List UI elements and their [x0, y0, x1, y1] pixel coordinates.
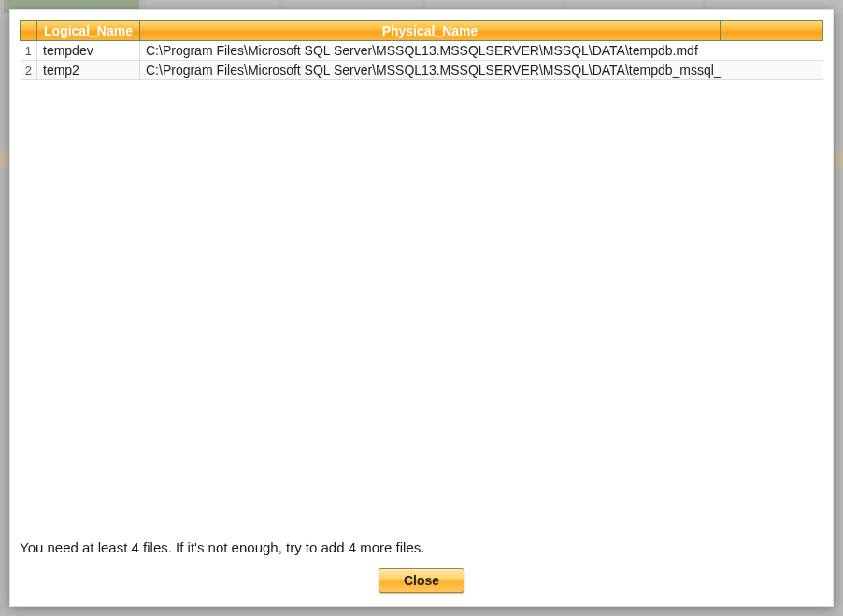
- table-body: 1 tempdev C:\Program Files\Microsoft SQL…: [21, 41, 823, 80]
- cell-logical-name[interactable]: tempdev: [37, 41, 140, 61]
- table-header-row: Logical_Name Physical_Name: [21, 21, 823, 41]
- close-button[interactable]: Close: [379, 568, 464, 593]
- header-corner[interactable]: [21, 21, 37, 41]
- row-number[interactable]: 2: [21, 61, 37, 80]
- table-row[interactable]: 2 temp2 C:\Program Files\Microsoft SQL S…: [21, 61, 823, 80]
- row-number[interactable]: 1: [21, 41, 37, 61]
- cell-physical-name[interactable]: C:\Program Files\Microsoft SQL Server\MS…: [140, 61, 721, 80]
- spacer: [20, 80, 823, 534]
- cell-extra[interactable]: [721, 61, 823, 80]
- button-row: Close: [20, 568, 823, 593]
- dialog: Logical_Name Physical_Name 1 tempdev C:\…: [9, 9, 834, 607]
- header-physical-name[interactable]: Physical_Name: [140, 21, 721, 41]
- results-table: Logical_Name Physical_Name 1 tempdev C:\…: [20, 20, 823, 80]
- table-row[interactable]: 1 tempdev C:\Program Files\Microsoft SQL…: [21, 41, 823, 61]
- header-extra[interactable]: [721, 21, 823, 41]
- cell-logical-name[interactable]: temp2: [37, 61, 140, 80]
- cell-physical-name[interactable]: C:\Program Files\Microsoft SQL Server\MS…: [140, 41, 721, 61]
- results-grid: Logical_Name Physical_Name 1 tempdev C:\…: [20, 20, 823, 80]
- status-message: You need at least 4 files. If it's not e…: [20, 534, 823, 568]
- cell-extra[interactable]: [721, 41, 823, 61]
- header-logical-name[interactable]: Logical_Name: [37, 21, 140, 41]
